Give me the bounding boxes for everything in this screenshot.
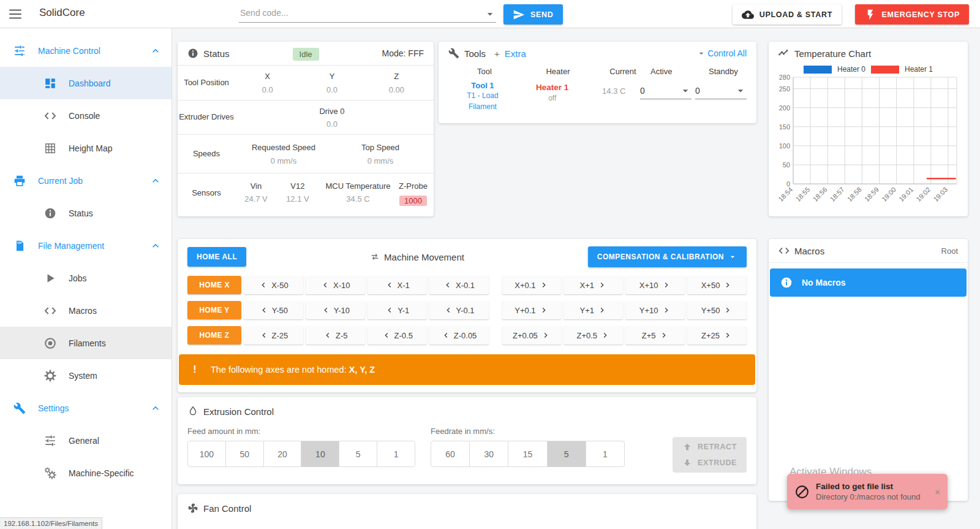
sidebar-item-machine-specific[interactable]: Machine-Specific <box>0 457 172 489</box>
feed-amount-5[interactable]: 5 <box>339 441 377 466</box>
sidebar-item-console[interactable]: Console <box>0 99 172 132</box>
extra-link[interactable]: Extra <box>505 48 526 59</box>
movement-title: Machine Movement <box>384 252 464 262</box>
jog-z-5-button[interactable]: Z-5 <box>306 326 365 344</box>
send-code-field <box>239 3 496 23</box>
compensation-calibration-button[interactable]: COMPENSATION & CALIBRATION <box>588 246 747 267</box>
caret-down-icon[interactable] <box>484 8 496 20</box>
sidebar-item-label: General <box>69 436 99 446</box>
sidebar-item-jobs[interactable]: Jobs <box>0 262 172 294</box>
jog-xplus10-button[interactable]: X+10 <box>625 276 685 294</box>
chevron-left-icon <box>443 305 453 315</box>
feedrate-30[interactable]: 30 <box>469 441 508 466</box>
feed-amount-100[interactable]: 100 <box>188 441 225 466</box>
sidebar-item-filaments[interactable]: Filaments <box>0 327 172 359</box>
send-code-input[interactable] <box>239 3 496 23</box>
sidebar-item-label: Settings <box>38 403 69 413</box>
standby-temp-select[interactable]: 0 <box>695 81 747 99</box>
jog-zplus0-05-button[interactable]: Z+0.05 <box>502 326 562 344</box>
home-all-button[interactable]: HOME ALL <box>187 247 246 267</box>
temperature-chart-panel: Temperature Chart Heater 0Heater 1 05010… <box>769 42 968 216</box>
jog-x-50-button[interactable]: X-50 <box>244 276 303 294</box>
home-z-button[interactable]: HOME Z <box>187 326 241 344</box>
feedrate-60[interactable]: 60 <box>431 441 469 466</box>
svg-text:18:58: 18:58 <box>846 186 863 203</box>
feed-amount-10[interactable]: 10 <box>301 441 339 466</box>
sidebar-item-machine-control[interactable]: Machine Control <box>0 34 172 67</box>
jog-z-0-05-button[interactable]: Z-0.05 <box>429 326 489 344</box>
sidebar-item-general[interactable]: General <box>0 424 172 457</box>
sidebar-item-settings[interactable]: Settings <box>0 392 172 424</box>
emergency-stop-button[interactable]: EMERGENCY STOP <box>855 4 969 25</box>
jog-yplus1-button[interactable]: Y+1 <box>564 301 623 319</box>
droplet-icon <box>187 406 198 417</box>
sidebar-item-height-map[interactable]: Height Map <box>0 132 172 164</box>
jog-y-0-1-button[interactable]: Y-0.1 <box>429 301 489 319</box>
sidebar-item-system[interactable]: System <box>0 359 172 392</box>
load-filament-link[interactable]: T1 - Load Filament <box>455 90 510 112</box>
svg-text:19:03: 19:03 <box>932 186 949 203</box>
toast-close-icon[interactable]: × <box>932 484 943 500</box>
col-header-standby: Standby <box>709 67 747 76</box>
menu-icon[interactable] <box>7 6 23 22</box>
jog-zplus5-button[interactable]: Z+5 <box>625 326 685 344</box>
jog-zplus25-button[interactable]: Z+25 <box>687 326 747 344</box>
feed-amount-50[interactable]: 50 <box>225 441 263 466</box>
jog-x-1-button[interactable]: X-1 <box>368 276 427 294</box>
jog-yplus0-1-button[interactable]: Y+0.1 <box>502 301 562 319</box>
upload-start-button[interactable]: UPLOAD & START <box>733 4 842 25</box>
heater-name[interactable]: Heater 1 <box>517 83 588 92</box>
macros-panel-header: Macros Root <box>769 239 968 263</box>
retract-button[interactable]: RETRACT <box>682 442 737 452</box>
jog-xplus50-button[interactable]: X+50 <box>687 276 747 294</box>
tool-name[interactable]: Tool 1 <box>448 81 517 90</box>
sidebar-item-file-management[interactable]: File Management <box>0 229 172 262</box>
chevron-up-icon[interactable] <box>149 45 162 57</box>
extrude-button[interactable]: EXTRUDE <box>682 458 737 468</box>
gears-icon <box>44 467 56 479</box>
send-button-label: SEND <box>530 10 554 19</box>
feedrate-1[interactable]: 1 <box>586 441 624 466</box>
jog-x-10-button[interactable]: X-10 <box>306 276 365 294</box>
sidebar-item-current-job[interactable]: Current Job <box>0 164 172 197</box>
caret-down-icon <box>728 252 737 262</box>
jog-x-0-1-button[interactable]: X-0.1 <box>429 276 489 294</box>
caret-down-icon[interactable] <box>696 48 706 58</box>
extrude-label: EXTRUDE <box>698 459 737 467</box>
jog-button-grid: HOME XX-50X-10X-1X-0.1X+0.1X+1X+10X+50HO… <box>187 276 747 344</box>
plus-sign: + <box>494 48 500 59</box>
jog-yplus10-button[interactable]: Y+10 <box>625 301 685 319</box>
feed-amount-20[interactable]: 20 <box>263 441 301 466</box>
status-field-requested-speed: Requested Speed0 mm/s <box>235 142 332 166</box>
feedrate-15[interactable]: 15 <box>508 441 546 466</box>
jog-xplus0-1-button[interactable]: X+0.1 <box>502 276 562 294</box>
jog-y-50-button[interactable]: Y-50 <box>244 301 303 319</box>
jog-y-1-button[interactable]: Y-1 <box>368 301 427 319</box>
jog-y-10-button[interactable]: Y-10 <box>306 301 365 319</box>
heater-current-temp: 14.3 C <box>588 86 640 112</box>
macros-panel-title: Macros <box>794 246 824 256</box>
feed-amount-1[interactable]: 1 <box>377 441 415 466</box>
control-all-link[interactable]: Control All <box>707 48 747 58</box>
home-x-button[interactable]: HOME X <box>187 276 241 294</box>
svg-text:18:59: 18:59 <box>863 186 880 203</box>
send-button[interactable]: SEND <box>503 4 563 25</box>
jog-z-25-button[interactable]: Z-25 <box>244 326 303 344</box>
chevron-right-icon <box>597 280 607 290</box>
home-y-button[interactable]: HOME Y <box>187 301 241 319</box>
sidebar-item-macros[interactable]: Macros <box>0 294 172 327</box>
extrusion-control-panel: Extrusion Control Feed amount in mm: 100… <box>178 397 756 484</box>
chevron-up-icon[interactable] <box>149 240 162 252</box>
standby-temp-value: 0 <box>695 86 700 96</box>
chevron-right-icon <box>723 280 733 290</box>
active-temp-select[interactable]: 0 <box>640 81 692 99</box>
jog-zplus0-5-button[interactable]: Z+0.5 <box>564 326 623 344</box>
jog-z-0-5-button[interactable]: Z-0.5 <box>368 326 427 344</box>
sidebar-item-dashboard[interactable]: Dashboard <box>0 67 172 99</box>
jog-xplus1-button[interactable]: X+1 <box>564 276 623 294</box>
chevron-up-icon[interactable] <box>149 175 162 187</box>
jog-yplus50-button[interactable]: Y+50 <box>687 301 747 319</box>
sidebar-item-status[interactable]: Status <box>0 197 172 229</box>
feedrate-5[interactable]: 5 <box>547 441 586 466</box>
chevron-up-icon[interactable] <box>149 402 162 414</box>
